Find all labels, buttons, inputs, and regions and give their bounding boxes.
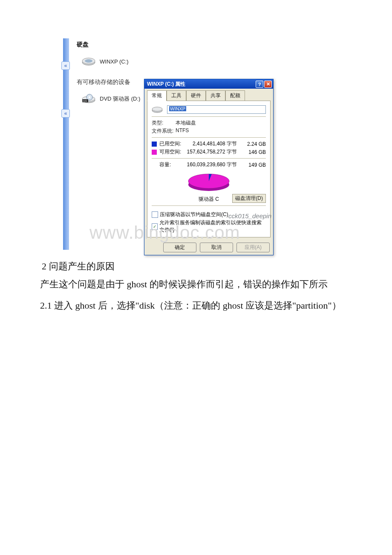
cancel-button[interactable]: 取消 — [200, 243, 233, 252]
free-label: 可用空间: — [159, 148, 183, 156]
collapse-icon[interactable]: « — [61, 61, 70, 70]
type-value: 本地磁盘 — [176, 119, 196, 127]
screenshot-region: « « 硬盘 WINXP (C:) 有可移动存储的设备 — [64, 38, 281, 250]
index-checkbox[interactable]: ✓ — [152, 223, 158, 230]
used-gb: 2.24 GB — [242, 141, 266, 147]
properties-dialog: WINXP (C:) 属性 ? ✕ 常规 工具 硬件 共享 配额 — [144, 79, 274, 255]
help-button[interactable]: ? — [256, 81, 263, 88]
svg-point-2 — [85, 59, 92, 63]
heading-2: 2 问题产生的原因 — [42, 257, 371, 275]
close-button[interactable]: ✕ — [264, 81, 272, 88]
capacity-gb: 149 GB — [242, 162, 266, 168]
free-bytes: 157,624,758,272 字节 — [186, 148, 239, 156]
used-bytes: 2,414,481,408 字节 — [186, 140, 239, 147]
compress-checkbox[interactable] — [152, 211, 158, 218]
paragraph: 2.1 进入 ghost 后，选择"disk（注意：正确的 ghost 应该是选… — [21, 297, 371, 315]
paragraph: 产生这个问题是由于 ghost 的时候误操作而引起，错误的操作如下所示 — [21, 275, 371, 293]
tab-general[interactable]: 常规 — [147, 90, 167, 101]
free-swatch-icon — [152, 150, 157, 155]
tab-hardware[interactable]: 硬件 — [186, 90, 206, 101]
drive-c-item[interactable]: WINXP (C:) — [81, 54, 281, 76]
ok-button[interactable]: 确定 — [163, 243, 196, 252]
volume-name-input[interactable]: WINXP — [167, 105, 266, 114]
fs-label: 文件系统: — [152, 127, 176, 135]
compress-label: 压缩驱动器以节约磁盘空间(C) — [160, 211, 228, 218]
collapse-icon[interactable]: « — [61, 109, 70, 118]
drive-c-label: WINXP (C:) — [100, 58, 129, 65]
tab-tools[interactable]: 工具 — [167, 90, 186, 101]
used-swatch-icon — [152, 142, 157, 147]
drive-d-label: DVD 驱动器 (D:) — [100, 95, 140, 103]
dialog-title: WINXP (C:) 属性 — [147, 81, 185, 88]
document-body: 2 问题产生的原因 产生这个问题是由于 ghost 的时候误操作而引起，错误的操… — [21, 257, 371, 314]
index-label: 允许索引服务编制该磁盘的索引以便快速搜索文件(I) — [159, 219, 266, 234]
dialog-tabs: 常规 工具 硬件 共享 配额 — [144, 89, 273, 101]
explorer-side-strip — [63, 38, 69, 250]
free-gb: 146 GB — [242, 149, 266, 155]
disk-cleanup-button[interactable]: 磁盘清理(D) — [232, 194, 266, 203]
fs-value: NTFS — [176, 127, 189, 135]
dvd-drive-icon: DVD — [81, 93, 96, 105]
svg-text:DVD: DVD — [83, 100, 87, 102]
pie-chart: 驱动器 C 磁盘清理(D) — [152, 172, 266, 203]
svg-point-6 — [89, 96, 90, 98]
volume-name-text: WINXP — [169, 106, 186, 111]
tab-sharing[interactable]: 共享 — [206, 90, 225, 101]
dialog-titlebar[interactable]: WINXP (C:) 属性 ? ✕ — [144, 79, 273, 89]
tab-quota[interactable]: 配额 — [225, 90, 245, 101]
type-label: 类型: — [152, 119, 176, 127]
capacity-label: 容量: — [159, 161, 183, 168]
used-label: 已用空间: — [159, 140, 183, 147]
svg-point-10 — [152, 107, 162, 111]
author-watermark: cck015_deepin — [228, 212, 271, 220]
hard-disk-icon — [81, 55, 96, 67]
section-disks-title: 硬盘 — [77, 38, 281, 54]
disk-icon — [152, 106, 163, 113]
capacity-bytes: 160,039,239,680 字节 — [186, 161, 239, 168]
apply-button[interactable]: 应用(A) — [236, 243, 270, 252]
